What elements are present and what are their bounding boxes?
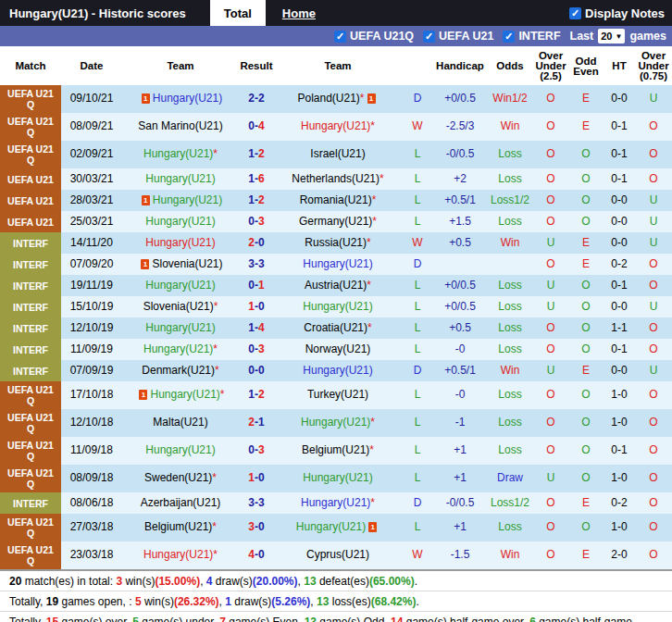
match-competition-badge: INTERF — [0, 339, 61, 360]
over-under-0-75: U — [635, 216, 672, 228]
half-time-score: 1-0 — [604, 417, 635, 429]
over-under-0-75: O — [635, 120, 672, 132]
handicap: -2.5/3 — [433, 120, 487, 132]
half-time-score: 0-0 — [604, 194, 635, 206]
historic-scores-page: Hungary(U21) - Historic scores Total Hom… — [0, 0, 672, 622]
table-row: INTERF12/10/19Hungary(U21)1-4Croatia(U21… — [0, 317, 672, 339]
over-under-0-75: O — [635, 444, 672, 456]
match-competition-badge: UEFA U21Q — [0, 85, 61, 113]
home-team: Denmark(U21)* — [122, 365, 239, 377]
odds-result: Win — [487, 549, 533, 561]
odd-even: O — [568, 173, 604, 185]
odd-even: E — [568, 365, 604, 377]
match-competition-badge: UEFA U21Q — [0, 141, 61, 168]
odds-result: Loss1/2 — [487, 497, 533, 509]
table-row: UEFA U21Q11/09/18Hungary(U21)0-3Belgium(… — [0, 437, 672, 465]
score: 0-3 — [239, 343, 274, 355]
score: 3-0 — [239, 521, 274, 533]
table-row: UEFA U21Q17/10/181Hungary(U21)*1-2Turkey… — [0, 381, 672, 409]
handicap: +2 — [433, 173, 487, 185]
half-time-score: 0-1 — [604, 343, 635, 355]
table-row: INTERF11/09/19Hungary(U21)*0-3Norway(U21… — [0, 339, 672, 360]
score: 2-0 — [239, 237, 274, 249]
odd-even: O — [568, 280, 604, 292]
table-row: UEFA U21Q12/10/18Malta(U21)2-1Hungary(U2… — [0, 409, 672, 437]
handicap: -0 — [433, 343, 487, 355]
odd-even: E — [568, 497, 604, 509]
score: 2-1 — [239, 417, 274, 429]
score: 0-0 — [239, 365, 274, 377]
over-under-2-5: U — [533, 472, 568, 484]
away-team: Germany(U21)* — [274, 216, 402, 228]
home-team: Hungary(U21)* — [122, 549, 239, 561]
match-date: 27/03/18 — [61, 521, 122, 533]
filter-bar: ✓ UEFA U21Q ✓ UEFA U21 ✓ INTERF Last 20 … — [0, 26, 672, 46]
half-time-score: 0-1 — [604, 173, 635, 185]
interf-checkbox[interactable]: ✓ — [503, 31, 515, 43]
summary-section: 20 match(es) in total: 3 win(s)(15.00%),… — [0, 569, 672, 622]
half-time-score: 0-2 — [604, 497, 635, 509]
odds-result: Win — [487, 237, 533, 249]
odds-result: Win1/2 — [487, 93, 533, 105]
home-team: Hungary(U21) — [122, 173, 239, 185]
result-letter: L — [402, 216, 433, 228]
handicap: +1 — [433, 444, 487, 456]
away-team: Romania(U21)* — [274, 194, 402, 206]
half-time-score: 0-1 — [604, 148, 635, 160]
red-card-icon: 1 — [367, 93, 376, 104]
odd-even: O — [568, 444, 604, 456]
handicap: +0.5 — [433, 237, 487, 249]
home-team: San Marino(U21) — [122, 120, 239, 132]
col-over-under-075: Over Under (0.75) — [635, 51, 672, 81]
match-date: 08/09/18 — [61, 472, 122, 484]
tab-home[interactable]: Home — [282, 6, 316, 20]
uefa-u21-checkbox[interactable]: ✓ — [423, 31, 435, 43]
match-competition-badge: UEFA U21Q — [0, 113, 61, 141]
away-team: Hungary(U21)* — [274, 417, 402, 429]
score: 1-4 — [239, 322, 274, 334]
away-team: Hungary(U21)1 — [274, 521, 402, 533]
over-under-2-5: O — [533, 444, 568, 456]
odds-result: Loss — [487, 280, 533, 292]
uefa-u21q-checkbox[interactable]: ✓ — [334, 31, 346, 43]
over-under-2-5: U — [533, 237, 568, 249]
odds-result: Loss — [487, 417, 533, 429]
match-competition-badge: INTERF — [0, 275, 61, 296]
display-notes-checkbox[interactable]: ✓ — [569, 7, 581, 19]
over-under-2-5: O — [533, 322, 568, 334]
result-letter: L — [402, 148, 433, 160]
games-count-select[interactable]: 20 ▼ — [598, 29, 625, 44]
odd-even: O — [568, 301, 604, 313]
odd-even: O — [568, 194, 604, 206]
match-competition-badge: UEFA U21 — [0, 190, 61, 211]
odds-result: Loss — [487, 301, 533, 313]
odds-result: Loss — [487, 322, 533, 334]
over-under-0-75: O — [635, 148, 672, 160]
table-row: INTERF07/09/19Denmark(U21)*0-0Hungary(U2… — [0, 360, 672, 381]
table-row: UEFA U21Q27/03/18Belgium(U21)*3-0Hungary… — [0, 514, 672, 541]
home-team: 1Slovenia(U21) — [122, 258, 239, 270]
handicap: +0.5/1 — [433, 365, 487, 377]
home-team: Hungary(U21) — [122, 444, 239, 456]
half-time-score: 0-2 — [604, 258, 635, 270]
over-under-2-5: O — [533, 497, 568, 509]
half-time-score: 0-1 — [604, 280, 635, 292]
match-date: 23/03/18 — [61, 549, 122, 561]
match-date: 14/11/20 — [61, 237, 122, 249]
match-competition-badge: INTERF — [0, 492, 61, 514]
odds-result: Loss1/2 — [487, 194, 533, 206]
over-under-2-5: O — [533, 120, 568, 132]
home-team: Belgium(U21)* — [122, 521, 239, 533]
home-team: 1Hungary(U21) — [122, 194, 239, 206]
table-row: UEFA U2128/03/211Hungary(U21)1-2Romania(… — [0, 190, 672, 211]
col-over-under-25: Over Under (2.5) — [533, 51, 568, 81]
result-letter: L — [402, 343, 433, 355]
match-date: 11/09/18 — [61, 444, 122, 456]
away-team: Russia(U21)* — [274, 237, 402, 249]
tab-total[interactable]: Total — [210, 0, 266, 26]
over-under-0-75: O — [635, 417, 672, 429]
over-under-2-5: O — [533, 549, 568, 561]
red-card-icon: 1 — [142, 195, 150, 205]
home-team: 1Hungary(U21) — [122, 93, 239, 105]
odd-even: O — [568, 343, 604, 355]
